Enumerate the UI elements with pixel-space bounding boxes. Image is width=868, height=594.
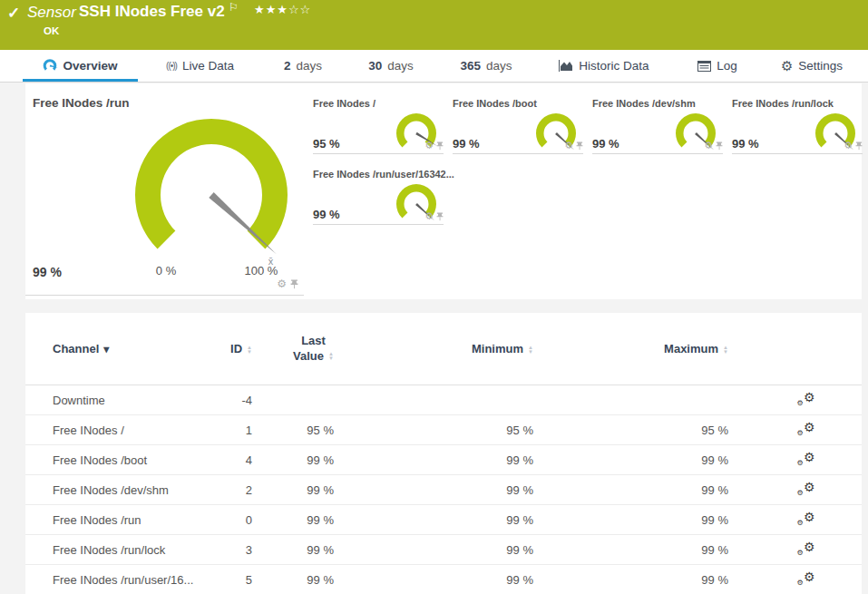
channel-id: 4 [225,453,252,467]
gauge-settings-gear-icon[interactable]: ⚙ [704,141,713,151]
broadcast-icon: ((•)) [166,61,177,71]
table-row: Free INodes /boot 4 99 % 99 % 99 % ⚙⚙ [25,445,862,475]
sensor-type-label: Sensor [27,4,76,22]
gauge-icon [43,59,57,73]
area-chart-icon [559,60,573,72]
table-row: Free INodes /run/lock 3 99 % 99 % 99 % ⚙… [25,535,862,565]
pin-icon[interactable] [855,141,863,151]
last-value: 99 % [252,573,334,587]
table-row: Downtime -4 ⚙⚙ [25,385,862,415]
gauge-value: 95 % [313,137,340,151]
channel-name: Free INodes /dev/shm [53,483,225,497]
channel-name: Free INodes /run/lock [53,543,225,557]
gauges-panel: Free INodes /run x̄ 0 % 100 % 99 % ⚙ Fre… [25,83,862,299]
column-label: ID [230,342,242,355]
gauge-value: 99 % [33,265,62,279]
column-header-maximum[interactable]: Maximum▲▼ [533,342,728,355]
gauge-title: Free INodes /run/user/16342... [313,169,454,180]
tab-label: days [486,59,512,73]
tab-settings[interactable]: ⚙ Settings [774,50,850,82]
maximum-value: 99 % [533,513,728,527]
gauge-settings-gear-icon[interactable]: ⚙ [844,141,853,151]
channel-settings-icon[interactable]: ⚙⚙ [797,540,815,557]
channel-settings-icon[interactable]: ⚙⚙ [797,570,815,587]
maximum-value: 99 % [533,573,728,587]
gauge-title: Free INodes /boot [453,98,537,109]
tab-30-days[interactable]: 30 days [359,50,423,82]
priority-stars[interactable]: ★★★☆☆ [254,3,311,16]
channel-settings-icon[interactable]: ⚙⚙ [797,451,815,467]
status-check-icon: ✓ [7,4,20,23]
small-gauge-panel: Free INodes /run/lock99 %⚙ [732,98,863,154]
tab-log[interactable]: Log [689,50,746,82]
gauge-settings-gear-icon[interactable]: ⚙ [424,141,434,151]
gauge-value: 99 % [453,137,480,151]
minimum-value: 99 % [334,543,533,557]
gear-icon: ⚙ [781,59,793,73]
sensor-header: ✓ Sensor SSH INodes Free v2 ⚐ ★★★☆☆ OK [0,0,868,50]
tab-bar: Overview ((•)) Live Data 2 days 30 days … [0,50,868,83]
channel-table-panel: Channel▾ ID▲▼ Last Value▲▼ Minimum▲▼ Max… [25,313,862,594]
pin-icon[interactable] [436,141,444,151]
column-header-id[interactable]: ID▲▼ [225,342,252,355]
channel-name: Downtime [53,394,225,407]
sensor-status-badge: OK [44,25,59,36]
channel-id: 3 [225,543,252,557]
log-list-icon [697,61,711,72]
channel-name: Free INodes /run [53,513,225,527]
channel-settings-icon[interactable]: ⚙⚙ [797,511,815,527]
last-value: 99 % [252,543,334,557]
tab-label: Settings [798,59,843,73]
gauge-settings-gear-icon[interactable]: ⚙ [277,278,287,289]
tab-historic-data[interactable]: Historic Data [551,50,657,82]
minimum-value: 95 % [334,424,533,437]
column-header-last-value[interactable]: Last Value▲▼ [252,334,334,365]
pin-icon[interactable] [290,279,298,289]
minimum-value: 99 % [334,573,533,587]
column-label: Last [301,334,326,347]
column-label: Maximum [664,342,718,355]
channel-table-header: Channel▾ ID▲▼ Last Value▲▼ Minimum▲▼ Max… [25,313,862,385]
column-label: Channel [53,342,99,355]
gauge-title: Free INodes /dev/shm [592,98,696,109]
tab-overview[interactable]: Overview [23,50,138,82]
channel-id: 0 [225,513,252,527]
tab-live-data[interactable]: ((•)) Live Data [152,50,248,82]
small-gauge-panel: Free INodes /95 %⚙ [313,98,444,154]
gauge-settings-gear-icon[interactable]: ⚙ [424,211,434,221]
column-label: Minimum [472,342,523,355]
tab-number: 2 [284,59,291,73]
tab-label: days [296,59,322,73]
sort-caret-down-icon: ▾ [103,343,109,355]
pin-icon[interactable] [576,141,583,151]
channel-settings-icon[interactable]: ⚙⚙ [797,481,815,497]
primary-gauge-panel: Free INodes /run x̄ 0 % 100 % 99 % ⚙ [25,83,304,296]
minimum-value: 99 % [334,513,533,527]
channel-settings-icon[interactable]: ⚙⚙ [797,391,815,407]
tab-label: Log [717,59,737,73]
table-row: Free INodes /dev/shm 2 99 % 99 % 99 % ⚙⚙ [25,475,862,505]
channel-table-body: Downtime -4 ⚙⚙ Free INodes / 1 95 % 95 %… [25,385,862,594]
channel-settings-icon[interactable]: ⚙⚙ [797,421,815,437]
flag-icon[interactable]: ⚐ [229,1,239,14]
gauge-min-label: 0 % [139,264,193,278]
pin-icon[interactable] [716,141,723,151]
tab-number: 365 [460,59,481,73]
gauge-max-label: 100 % [234,264,288,278]
channel-id: 1 [225,424,252,437]
gauge-settings-gear-icon[interactable]: ⚙ [564,141,573,151]
gauge-value: 99 % [313,208,340,221]
last-value: 99 % [252,453,334,467]
channel-name: Free INodes / [53,424,225,437]
pin-icon[interactable] [436,212,444,221]
tab-2-days[interactable]: 2 days [275,50,331,82]
gauge-value: 99 % [592,137,619,151]
tab-number: 30 [368,59,382,73]
prtg-sensor-page: ✓ Sensor SSH INodes Free v2 ⚐ ★★★☆☆ OK O… [0,0,868,594]
column-header-channel[interactable]: Channel▾ [53,342,225,355]
tab-label: Live Data [182,59,234,73]
channel-name: Free INodes /boot [53,453,225,467]
primary-gauge: x̄ [105,100,323,268]
tab-365-days[interactable]: 365 days [452,50,521,82]
column-header-minimum[interactable]: Minimum▲▼ [334,342,533,355]
